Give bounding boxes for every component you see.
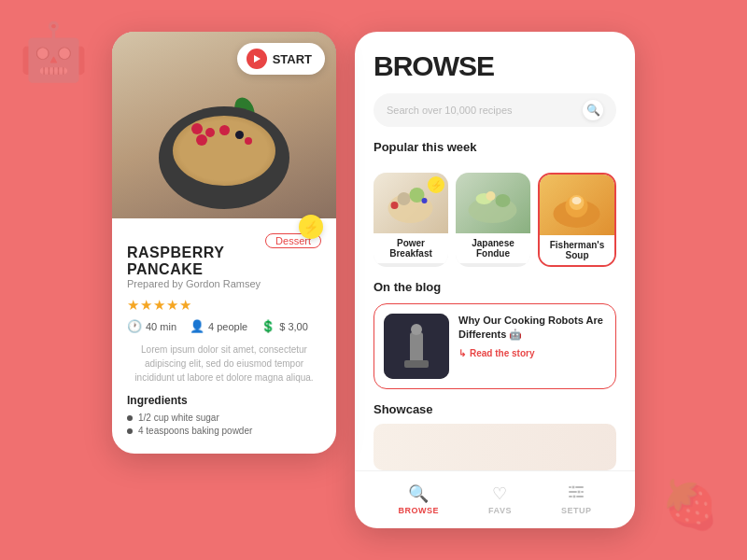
start-button-label: START (273, 52, 312, 66)
svg-rect-17 (569, 486, 584, 488)
people-meta: 👤 4 people (190, 319, 247, 333)
power-breakfast-svg (374, 173, 448, 233)
read-link-label: Read the story (470, 348, 534, 358)
nav-favs[interactable]: ♡ FAVS (488, 483, 512, 515)
price-meta: 💲 $ 3,00 (261, 319, 308, 333)
berry-5 (196, 134, 207, 146)
browse-title: BROWSE (374, 50, 616, 82)
svg-point-7 (496, 194, 511, 207)
blog-image-svg (384, 314, 449, 379)
fishermans-soup-image (540, 175, 614, 235)
start-button[interactable]: START (237, 43, 325, 75)
search-placeholder: Search over 10,000 recipes (387, 105, 575, 116)
japanese-fondue-label: Japanese Fondue (456, 233, 530, 263)
ingredients-list: 1/2 cup white sugar 4 teaspoons baking p… (127, 413, 321, 436)
svg-rect-18 (569, 491, 584, 493)
nav-browse[interactable]: 🔍 BROWSE (399, 483, 440, 515)
recipe-image: START (112, 32, 336, 218)
bullet-2 (127, 428, 133, 434)
ingredient-2: 4 teaspoons baking powder (127, 426, 321, 436)
fishermans-soup-label: Fisherman's Soup (540, 235, 614, 265)
svg-point-4 (422, 198, 428, 203)
price-value: $ 3,00 (279, 321, 308, 332)
setup-nav-icon (568, 483, 585, 504)
food-card-japanese-fondue[interactable]: Japanese Fondue (456, 173, 530, 267)
recipe-stars: ★★★★★ (127, 297, 321, 314)
blog-card-content: Why Our Cooking Robots Are Differents 🤖 … (458, 314, 606, 358)
browse-nav-label: BROWSE (399, 506, 440, 515)
search-bar[interactable]: Search over 10,000 recipes 🔍 (374, 93, 616, 127)
nav-setup[interactable]: SETUP (561, 483, 592, 515)
japanese-fondue-svg (456, 173, 530, 233)
ingredients-title: Ingredients (127, 394, 321, 407)
power-breakfast-image: ⚡ (374, 173, 448, 233)
main-container: START ⚡ RASPBERRY PANCAKE Prepared by Go… (93, 13, 654, 547)
people-value: 4 people (208, 321, 247, 332)
ingredient-2-text: 4 teaspoons baking powder (138, 426, 252, 436)
deco-robot-icon: 🤖 (19, 19, 89, 85)
bullet-1 (127, 415, 133, 421)
arrow-icon: ↳ (458, 348, 466, 358)
svg-point-20 (571, 485, 575, 489)
people-icon: 👤 (190, 319, 204, 333)
svg-point-1 (398, 192, 411, 205)
svg-point-22 (572, 495, 576, 498)
berry-6 (245, 137, 252, 145)
popular-items-row: ⚡ Power Breakfast (355, 173, 635, 267)
recipe-card-body: RASPBERRY PANCAKE Prepared by Gordon Ram… (112, 218, 336, 454)
berry-3 (219, 125, 230, 135)
fishermans-soup-svg (540, 175, 614, 235)
bottom-nav: 🔍 BROWSE ♡ FAVS SETUP (355, 470, 635, 528)
recipe-card: START ⚡ RASPBERRY PANCAKE Prepared by Go… (112, 32, 336, 454)
food-card-power-breakfast[interactable]: ⚡ Power Breakfast (374, 173, 448, 267)
berry-2 (205, 128, 215, 137)
lightning-badge: ⚡ (299, 215, 323, 239)
svg-point-12 (572, 197, 582, 204)
sliders-icon (568, 483, 585, 499)
japanese-fondue-image (456, 173, 530, 233)
recipe-description: Lorem ipsum dolor sit amet, consectetur … (127, 343, 321, 385)
meta-row: 🕐 40 min 👤 4 people 💲 $ 3,00 (127, 319, 321, 333)
ingredient-1-text: 1/2 cup white sugar (138, 413, 219, 423)
title-row: RASPBERRY PANCAKE Prepared by Gordon Ram… (127, 231, 321, 293)
svg-rect-14 (410, 332, 423, 365)
berry-4 (235, 131, 244, 139)
blog-image (384, 314, 449, 379)
browse-header: BROWSE Search over 10,000 recipes 🔍 Popu… (355, 32, 635, 173)
browse-card: BROWSE Search over 10,000 recipes 🔍 Popu… (355, 32, 635, 528)
food-card-fishermans-soup[interactable]: Fisherman's Soup (538, 173, 616, 267)
berry-1 (191, 123, 203, 134)
blog-section-label: On the blog (374, 280, 616, 294)
play-icon (247, 49, 267, 69)
price-icon: 💲 (261, 319, 275, 333)
deco-strawberry-icon: 🍓 (661, 478, 719, 532)
showcase-label: Showcase (355, 402, 635, 416)
read-story-link[interactable]: ↳ Read the story (458, 348, 606, 358)
ingredient-1: 1/2 cup white sugar (127, 413, 321, 423)
svg-point-8 (486, 191, 496, 201)
showcase-strip (374, 424, 616, 470)
blog-card[interactable]: Why Our Cooking Robots Are Differents 🤖 … (374, 303, 616, 389)
svg-rect-15 (404, 360, 429, 368)
svg-point-16 (411, 324, 422, 335)
recipe-title: RASPBERRY PANCAKE (127, 245, 265, 278)
pancake-toppings (187, 123, 261, 151)
search-icon[interactable]: 🔍 (583, 100, 603, 120)
time-meta: 🕐 40 min (127, 319, 176, 333)
power-breakfast-label: Power Breakfast (374, 233, 448, 263)
lightning-icon: ⚡ (303, 220, 318, 234)
popular-section-label: Popular this week (374, 140, 616, 154)
clock-icon: 🕐 (127, 319, 142, 333)
browse-nav-icon: 🔍 (408, 483, 429, 504)
favs-nav-label: FAVS (488, 506, 512, 515)
blog-title: Why Our Cooking Robots Are Differents 🤖 (458, 314, 606, 343)
time-value: 40 min (146, 321, 176, 332)
blog-section: On the blog Why Our Cooking Robots Are D… (355, 280, 635, 402)
recipe-author: Prepared by Gordon Ramsey (127, 278, 265, 289)
svg-point-21 (577, 490, 581, 494)
setup-nav-label: SETUP (561, 506, 592, 515)
favs-nav-icon: ♡ (492, 483, 507, 504)
svg-point-3 (391, 202, 399, 209)
